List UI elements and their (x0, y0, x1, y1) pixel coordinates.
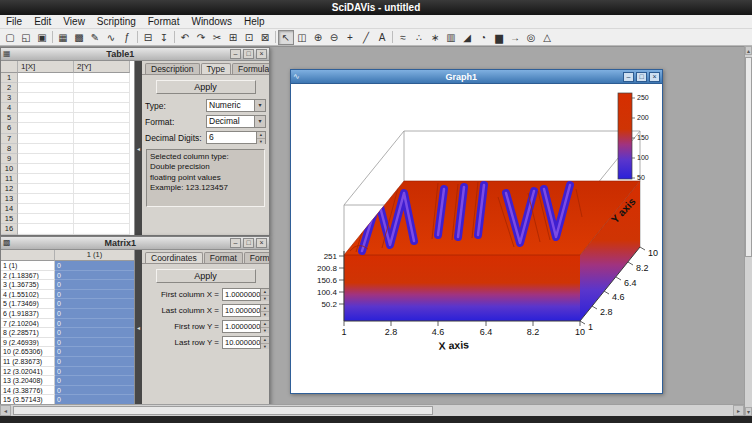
zoom-out-button[interactable]: ⊖ (326, 30, 342, 45)
tab-formula[interactable]: Formula (232, 63, 269, 74)
add-text-button[interactable]: A (374, 30, 390, 45)
paste-button[interactable]: ⊡ (241, 30, 257, 45)
table-row-header[interactable]: 5 (1, 113, 18, 123)
matrix-cell[interactable]: 0 (55, 395, 134, 404)
table-cell[interactable] (18, 154, 74, 164)
spinner-arrows[interactable]: ▴▾ (256, 132, 265, 143)
matrix-cell[interactable]: 0 (55, 261, 134, 271)
table-cell[interactable] (18, 144, 74, 154)
menu-format[interactable]: Format (142, 15, 186, 28)
delete-button[interactable]: ⊠ (257, 30, 273, 45)
table-cell[interactable] (18, 174, 74, 184)
zoom-in-button[interactable]: ⊕ (310, 30, 326, 45)
graph1-titlebar[interactable]: ∿ Graph1 – □ × (291, 70, 662, 84)
new-note-button[interactable]: ✎ (87, 30, 103, 45)
table-row-header[interactable]: 11 (1, 174, 18, 184)
table-cell[interactable] (74, 123, 130, 133)
pointer-tool-button[interactable]: ↖ (278, 30, 294, 45)
save-project-button[interactable]: ▣ (34, 30, 50, 45)
table-cell[interactable] (18, 134, 74, 144)
table-cell[interactable] (18, 164, 74, 174)
matrix-row-header[interactable]: 7 (2.10204) (1, 319, 55, 329)
histogram-button[interactable]: ▆ (491, 30, 507, 45)
app-titlebar[interactable]: SciDAVis - untitled (0, 0, 752, 15)
vertical-scrollbar[interactable]: ▴ ▾ (744, 46, 752, 416)
matrix-cell[interactable]: 0 (55, 280, 134, 290)
spin-down-icon[interactable]: ▾ (261, 312, 269, 318)
vector-plot-button[interactable]: → (507, 30, 523, 45)
menu-scripting[interactable]: Scripting (91, 15, 142, 28)
spin-down-icon[interactable]: ▾ (261, 296, 269, 302)
table-cell[interactable] (74, 164, 130, 174)
data-reader-button[interactable]: + (342, 30, 358, 45)
table-cell[interactable] (18, 113, 74, 123)
menu-edit[interactable]: Edit (28, 15, 57, 28)
tab-format[interactable]: Format (204, 252, 243, 263)
matrix-row-header[interactable]: 15 (3.57143) (1, 395, 55, 404)
apply-button[interactable]: Apply (156, 80, 256, 94)
menu-help[interactable]: Help (238, 15, 271, 28)
table-cell[interactable] (74, 194, 130, 204)
table-cell[interactable] (74, 73, 130, 83)
table-cell[interactable] (18, 214, 74, 224)
horizontal-scroll-thumb[interactable] (13, 406, 433, 415)
scroll-up-icon[interactable]: ▴ (745, 46, 752, 55)
matrix-cell[interactable]: 0 (55, 338, 134, 348)
matrix-cell[interactable]: 0 (55, 386, 134, 396)
matrix-row-header[interactable]: 8 (2.28571) (1, 328, 55, 338)
matrix-row-header[interactable]: 12 (3.02041) (1, 367, 55, 377)
table-cell[interactable] (74, 154, 130, 164)
matrix-column-header[interactable]: 1 (1) (55, 250, 134, 261)
copy-button[interactable]: ⊞ (225, 30, 241, 45)
table-row-header[interactable]: 3 (1, 93, 18, 103)
table-cell[interactable] (18, 93, 74, 103)
table-row-header[interactable]: 16 (1, 224, 18, 234)
minimize-button[interactable]: – (623, 72, 634, 82)
menu-file[interactable]: File (0, 15, 28, 28)
matrix-cell[interactable]: 0 (55, 299, 134, 309)
table-column-header[interactable]: 1[X] (18, 61, 74, 73)
table1-titlebar[interactable]: ▦ Table1 – □ × (1, 48, 269, 61)
spinner-arrows[interactable]: ▴▾ (260, 321, 269, 332)
new-table-button[interactable]: ▦ (55, 30, 71, 45)
close-button[interactable]: × (649, 72, 660, 82)
minimize-button[interactable]: – (230, 238, 241, 248)
matrix-cell[interactable]: 0 (55, 319, 134, 329)
table-cell[interactable] (74, 144, 130, 154)
close-button[interactable]: × (256, 238, 267, 248)
table-cell[interactable] (74, 184, 130, 194)
spin-down-icon[interactable]: ▾ (257, 139, 265, 145)
apply-button[interactable]: Apply (156, 269, 256, 283)
redo-button[interactable]: ↷ (193, 30, 209, 45)
line-symbol-plot-button[interactable]: ∗ (427, 30, 443, 45)
table-row-header[interactable]: 7 (1, 134, 18, 144)
field-control[interactable]: Decimal ▾ ▴▾ (206, 115, 266, 128)
table-cell[interactable] (18, 83, 74, 93)
field-control[interactable]: 1.00000000 ▾ ▴▾ (222, 320, 269, 333)
table-row-header[interactable]: 8 (1, 144, 18, 154)
new-matrix-button[interactable]: ▩ (71, 30, 87, 45)
tab-coordinates[interactable]: Coordinates (145, 252, 203, 263)
panel-splitter[interactable]: ◂ (135, 250, 142, 404)
table-cell[interactable] (74, 214, 130, 224)
table-row-header[interactable]: 15 (1, 214, 18, 224)
matrix-cell[interactable]: 0 (55, 271, 134, 281)
table-row-header[interactable]: 4 (1, 103, 18, 113)
table-row-header[interactable]: 1 (1, 73, 18, 83)
table-corner-cell[interactable] (1, 61, 18, 73)
scatter-plot-button[interactable]: ∴ (411, 30, 427, 45)
field-control[interactable]: 10.0000000 ▾ ▴▾ (222, 336, 269, 349)
dropdown-arrow-icon[interactable]: ▾ (254, 116, 265, 127)
table-column-header[interactable]: 2[Y] (74, 61, 130, 73)
surface-3d-button[interactable]: △ (539, 30, 555, 45)
table-cell[interactable] (18, 103, 74, 113)
table-row-header[interactable]: 13 (1, 194, 18, 204)
matrix-row-header[interactable]: 4 (1.55102) (1, 290, 55, 300)
vertical-scroll-thumb[interactable] (745, 57, 752, 257)
matrix-row-header[interactable]: 6 (1.91837) (1, 309, 55, 319)
table-cell[interactable] (74, 113, 130, 123)
spinner-arrows[interactable]: ▴▾ (260, 289, 269, 300)
table-cell[interactable] (18, 224, 74, 234)
scroll-down-icon[interactable]: ▾ (745, 407, 752, 416)
table-cell[interactable] (18, 204, 74, 214)
